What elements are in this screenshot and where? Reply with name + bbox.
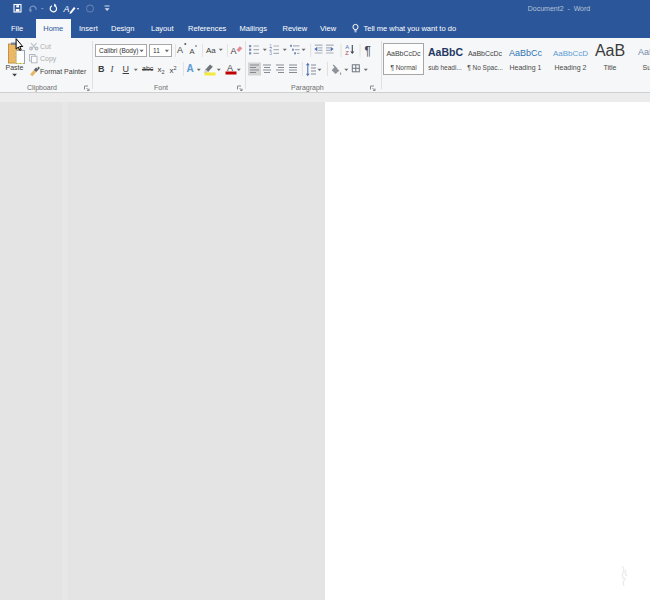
svg-text:A: A bbox=[231, 46, 237, 56]
svg-text:¶: ¶ bbox=[365, 44, 371, 58]
svg-text:Z: Z bbox=[345, 50, 349, 56]
svg-text:3: 3 bbox=[269, 51, 272, 56]
svg-text:A: A bbox=[63, 4, 70, 14]
